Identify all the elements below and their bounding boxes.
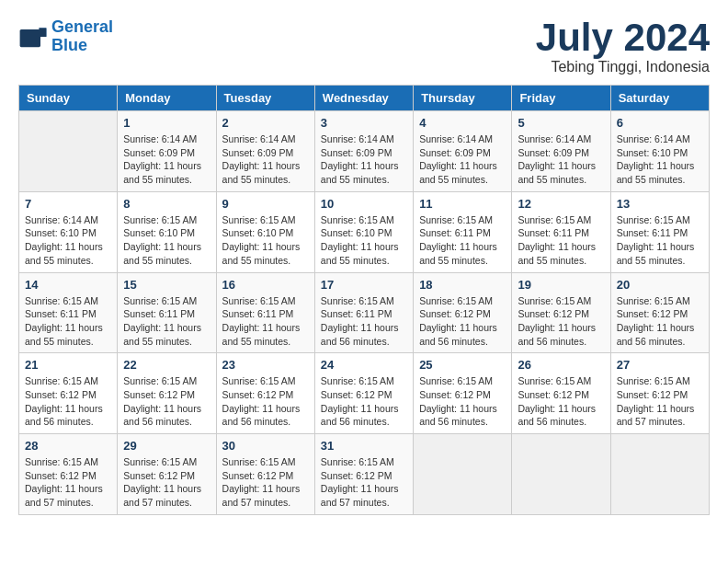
day-number: 26 xyxy=(518,358,604,372)
day-info: Sunrise: 6:14 AMSunset: 6:09 PMDaylight:… xyxy=(419,132,506,187)
logo-text: General Blue xyxy=(51,18,113,55)
day-info: Sunrise: 6:14 AMSunset: 6:09 PMDaylight:… xyxy=(321,132,407,187)
day-info: Sunrise: 6:15 AMSunset: 6:12 PMDaylight:… xyxy=(321,455,407,510)
calendar-cell: 14Sunrise: 6:15 AMSunset: 6:11 PMDayligh… xyxy=(19,272,118,353)
day-info: Sunrise: 6:14 AMSunset: 6:10 PMDaylight:… xyxy=(25,213,111,268)
calendar-cell: 21Sunrise: 6:15 AMSunset: 6:12 PMDayligh… xyxy=(19,353,118,434)
calendar-cell: 24Sunrise: 6:15 AMSunset: 6:12 PMDayligh… xyxy=(314,353,413,434)
day-info: Sunrise: 6:15 AMSunset: 6:12 PMDaylight:… xyxy=(419,374,506,429)
location: Tebing Tinggi, Indonesia xyxy=(536,59,710,75)
day-number: 29 xyxy=(123,439,210,453)
day-info: Sunrise: 6:14 AMSunset: 6:09 PMDaylight:… xyxy=(123,132,210,187)
day-number: 14 xyxy=(25,278,111,292)
day-number: 18 xyxy=(419,278,506,292)
day-number: 25 xyxy=(419,358,506,372)
week-row-5: 28Sunrise: 6:15 AMSunset: 6:12 PMDayligh… xyxy=(19,434,710,515)
column-header-monday: Monday xyxy=(118,86,216,111)
day-number: 3 xyxy=(321,116,407,130)
calendar-cell: 29Sunrise: 6:15 AMSunset: 6:12 PMDayligh… xyxy=(118,434,216,515)
day-info: Sunrise: 6:15 AMSunset: 6:12 PMDaylight:… xyxy=(222,455,309,510)
day-number: 4 xyxy=(419,116,506,130)
calendar-cell: 8Sunrise: 6:15 AMSunset: 6:10 PMDaylight… xyxy=(118,191,216,272)
day-info: Sunrise: 6:15 AMSunset: 6:12 PMDaylight:… xyxy=(518,374,604,429)
column-header-saturday: Saturday xyxy=(610,86,709,111)
column-header-thursday: Thursday xyxy=(414,86,512,111)
calendar-cell: 13Sunrise: 6:15 AMSunset: 6:11 PMDayligh… xyxy=(610,191,709,272)
day-number: 8 xyxy=(123,197,210,211)
day-info: Sunrise: 6:15 AMSunset: 6:12 PMDaylight:… xyxy=(321,374,407,429)
day-info: Sunrise: 6:15 AMSunset: 6:12 PMDaylight:… xyxy=(419,294,506,349)
calendar-cell xyxy=(19,111,118,192)
calendar-cell: 31Sunrise: 6:15 AMSunset: 6:12 PMDayligh… xyxy=(314,434,413,515)
day-info: Sunrise: 6:15 AMSunset: 6:12 PMDaylight:… xyxy=(123,374,210,429)
calendar-cell xyxy=(414,434,512,515)
day-number: 6 xyxy=(617,116,703,130)
day-number: 10 xyxy=(321,197,407,211)
day-number: 22 xyxy=(123,358,210,372)
day-info: Sunrise: 6:15 AMSunset: 6:11 PMDaylight:… xyxy=(518,213,604,268)
week-row-2: 7Sunrise: 6:14 AMSunset: 6:10 PMDaylight… xyxy=(19,191,710,272)
day-number: 24 xyxy=(321,358,407,372)
calendar-cell: 5Sunrise: 6:14 AMSunset: 6:09 PMDaylight… xyxy=(512,111,610,192)
day-number: 19 xyxy=(518,278,604,292)
calendar-cell: 6Sunrise: 6:14 AMSunset: 6:10 PMDaylight… xyxy=(610,111,709,192)
calendar-cell: 11Sunrise: 6:15 AMSunset: 6:11 PMDayligh… xyxy=(414,191,512,272)
logo: General Blue xyxy=(18,18,113,55)
day-number: 23 xyxy=(222,358,309,372)
day-info: Sunrise: 6:15 AMSunset: 6:12 PMDaylight:… xyxy=(123,455,210,510)
day-number: 17 xyxy=(321,278,407,292)
calendar-cell: 16Sunrise: 6:15 AMSunset: 6:11 PMDayligh… xyxy=(216,272,314,353)
week-row-1: 1Sunrise: 6:14 AMSunset: 6:09 PMDaylight… xyxy=(19,111,710,192)
calendar-cell: 17Sunrise: 6:15 AMSunset: 6:11 PMDayligh… xyxy=(314,272,413,353)
day-number: 27 xyxy=(617,358,703,372)
day-info: Sunrise: 6:15 AMSunset: 6:10 PMDaylight:… xyxy=(321,213,407,268)
day-number: 21 xyxy=(25,358,111,372)
calendar-cell: 20Sunrise: 6:15 AMSunset: 6:12 PMDayligh… xyxy=(610,272,709,353)
calendar-cell: 15Sunrise: 6:15 AMSunset: 6:11 PMDayligh… xyxy=(118,272,216,353)
day-info: Sunrise: 6:15 AMSunset: 6:12 PMDaylight:… xyxy=(222,374,309,429)
day-number: 20 xyxy=(617,278,703,292)
calendar-cell: 4Sunrise: 6:14 AMSunset: 6:09 PMDaylight… xyxy=(414,111,512,192)
column-header-friday: Friday xyxy=(512,86,610,111)
calendar-cell: 27Sunrise: 6:15 AMSunset: 6:12 PMDayligh… xyxy=(610,353,709,434)
day-number: 7 xyxy=(25,197,111,211)
calendar-cell: 9Sunrise: 6:15 AMSunset: 6:10 PMDaylight… xyxy=(216,191,314,272)
day-info: Sunrise: 6:15 AMSunset: 6:11 PMDaylight:… xyxy=(321,294,407,349)
day-info: Sunrise: 6:15 AMSunset: 6:12 PMDaylight:… xyxy=(25,374,111,429)
week-row-4: 21Sunrise: 6:15 AMSunset: 6:12 PMDayligh… xyxy=(19,353,710,434)
day-info: Sunrise: 6:15 AMSunset: 6:12 PMDaylight:… xyxy=(518,294,604,349)
day-number: 28 xyxy=(25,439,111,453)
day-info: Sunrise: 6:15 AMSunset: 6:10 PMDaylight:… xyxy=(123,213,210,268)
day-number: 9 xyxy=(222,197,309,211)
day-number: 31 xyxy=(321,439,407,453)
day-info: Sunrise: 6:14 AMSunset: 6:09 PMDaylight:… xyxy=(518,132,604,187)
calendar-cell: 7Sunrise: 6:14 AMSunset: 6:10 PMDaylight… xyxy=(19,191,118,272)
column-header-wednesday: Wednesday xyxy=(314,86,413,111)
calendar-body: 1Sunrise: 6:14 AMSunset: 6:09 PMDaylight… xyxy=(19,111,710,515)
calendar-cell: 10Sunrise: 6:15 AMSunset: 6:10 PMDayligh… xyxy=(314,191,413,272)
title-section: July 2024 Tebing Tinggi, Indonesia xyxy=(536,18,710,75)
page-header: General Blue July 2024 Tebing Tinggi, In… xyxy=(18,18,710,75)
calendar-cell: 25Sunrise: 6:15 AMSunset: 6:12 PMDayligh… xyxy=(414,353,512,434)
day-info: Sunrise: 6:15 AMSunset: 6:12 PMDaylight:… xyxy=(617,374,703,429)
logo-blue: Blue xyxy=(51,36,87,54)
day-number: 5 xyxy=(518,116,604,130)
day-info: Sunrise: 6:15 AMSunset: 6:11 PMDaylight:… xyxy=(123,294,210,349)
day-info: Sunrise: 6:15 AMSunset: 6:12 PMDaylight:… xyxy=(617,294,703,349)
day-info: Sunrise: 6:15 AMSunset: 6:11 PMDaylight:… xyxy=(25,294,111,349)
day-number: 2 xyxy=(222,116,309,130)
calendar-table: SundayMondayTuesdayWednesdayThursdayFrid… xyxy=(18,85,710,515)
header-row: SundayMondayTuesdayWednesdayThursdayFrid… xyxy=(19,86,710,111)
day-info: Sunrise: 6:15 AMSunset: 6:12 PMDaylight:… xyxy=(25,455,111,510)
day-number: 1 xyxy=(123,116,210,130)
calendar-cell: 18Sunrise: 6:15 AMSunset: 6:12 PMDayligh… xyxy=(414,272,512,353)
calendar-cell xyxy=(610,434,709,515)
calendar-header: SundayMondayTuesdayWednesdayThursdayFrid… xyxy=(19,86,710,111)
day-number: 12 xyxy=(518,197,604,211)
column-header-tuesday: Tuesday xyxy=(216,86,314,111)
day-number: 16 xyxy=(222,278,309,292)
calendar-cell: 3Sunrise: 6:14 AMSunset: 6:09 PMDaylight… xyxy=(314,111,413,192)
calendar-cell: 22Sunrise: 6:15 AMSunset: 6:12 PMDayligh… xyxy=(118,353,216,434)
day-info: Sunrise: 6:14 AMSunset: 6:09 PMDaylight:… xyxy=(222,132,309,187)
day-info: Sunrise: 6:15 AMSunset: 6:11 PMDaylight:… xyxy=(617,213,703,268)
